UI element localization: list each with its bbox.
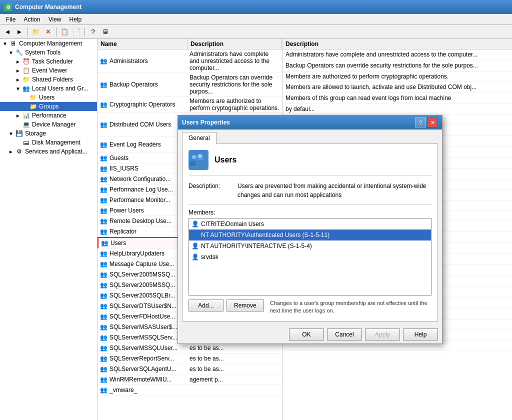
dialog-footer-buttons: OK Cancel Apply Help (178, 326, 442, 344)
tab-bar: General (178, 130, 442, 144)
member-icon: 👤 (191, 220, 199, 228)
svg-rect-3 (196, 160, 206, 166)
member-icon: 👤 (191, 253, 199, 261)
svg-point-5 (198, 154, 202, 158)
member-name: CITRITE\Domain Users (201, 220, 264, 228)
membership-note: Changes to a user's group membership are… (270, 300, 432, 315)
dialog-group-icon (188, 150, 208, 170)
dialog-title: Users Properties (182, 119, 415, 126)
member-item[interactable]: 👤 srvdsk (189, 252, 431, 262)
description-field-row: Description: Users are prevented from ma… (188, 182, 432, 200)
members-list: 👤 CITRITE\Domain Users 👤 NT AUTHORITY\Au… (188, 218, 432, 296)
member-name: NT AUTHORITY\INTERACTIVE (S-1-5-4) (201, 242, 312, 250)
users-properties-dialog: Users Properties ? ✕ General (178, 115, 442, 344)
dialog-close-button[interactable]: ✕ (427, 118, 438, 128)
members-label: Members: (188, 209, 432, 216)
dialog-group-name: Users (214, 156, 236, 164)
help-button[interactable]: Help (403, 328, 438, 340)
description-value: Users are prevented from making accident… (238, 182, 432, 200)
member-buttons: Add... Remove (188, 300, 264, 312)
member-actions: Add... Remove Changes to a user's group … (188, 300, 432, 315)
member-name: NT AUTHORITY\Authenticated Users (S-1-5-… (201, 232, 330, 238)
member-name: srvdsk (201, 254, 218, 260)
member-item[interactable]: 👤 CITRITE\Domain Users (189, 218, 431, 230)
member-item[interactable]: 👤 NT AUTHORITY\INTERACTIVE (S-1-5-4) (189, 240, 431, 252)
member-icon: 👤 (191, 242, 199, 250)
add-member-button[interactable]: Add... (188, 300, 224, 312)
svg-point-4 (192, 155, 196, 159)
dialog-titlebar: Users Properties ? ✕ (178, 116, 442, 130)
dialog-controls: ? ✕ (415, 118, 438, 128)
dialog-content: Users Description: Users are prevented f… (182, 144, 438, 322)
ok-button[interactable]: OK (289, 328, 324, 340)
dialog-overlay: Users Properties ? ✕ General (0, 0, 512, 420)
apply-button[interactable]: Apply (365, 328, 400, 340)
member-icon: 👤 (191, 231, 199, 239)
member-item-selected[interactable]: 👤 NT AUTHORITY\Authenticated Users (S-1-… (189, 230, 431, 240)
remove-member-button[interactable]: Remove (226, 300, 264, 312)
description-label: Description: (188, 182, 234, 190)
cancel-button[interactable]: Cancel (327, 328, 362, 340)
tab-general[interactable]: General (182, 132, 216, 144)
dialog-group-header: Users (188, 150, 432, 176)
dialog-help-button[interactable]: ? (415, 118, 426, 128)
